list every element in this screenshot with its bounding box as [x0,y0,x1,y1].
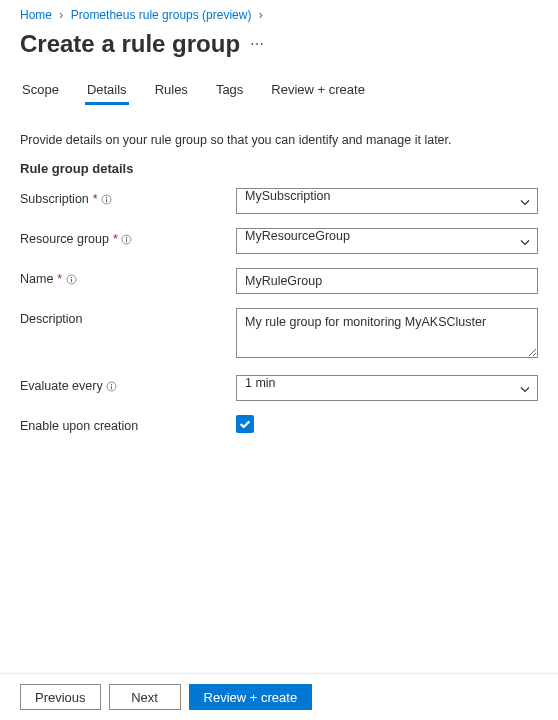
subscription-select[interactable]: MySubscription [236,188,538,214]
resource-group-label: Resource group* [20,228,236,246]
next-button[interactable]: Next [109,684,181,710]
info-icon[interactable] [65,273,77,285]
tabs: Scope Details Rules Tags Review + create [0,76,558,105]
section-title: Rule group details [20,161,538,176]
svg-rect-2 [106,198,107,201]
svg-point-10 [111,383,112,384]
evaluate-select[interactable]: 1 min [236,375,538,401]
resource-group-select[interactable]: MyResourceGroup [236,228,538,254]
page-title: Create a rule group [20,30,240,58]
description-label: Description [20,308,236,326]
chevron-right-icon: › [259,8,263,22]
svg-rect-8 [71,278,72,281]
tab-rules[interactable]: Rules [153,76,190,105]
svg-point-1 [106,196,107,197]
description-textarea[interactable]: My rule group for monitoring MyAKSCluste… [236,308,538,358]
svg-rect-5 [126,238,127,241]
breadcrumb: Home › Prometheus rule groups (preview) … [0,0,558,26]
svg-point-4 [126,236,127,237]
footer: Previous Next Review + create [0,673,558,720]
breadcrumb-parent[interactable]: Prometheus rule groups (preview) [71,8,252,22]
subscription-label: Subscription* [20,188,236,206]
info-icon[interactable] [106,380,118,392]
more-icon[interactable]: ⋯ [250,36,264,52]
form-content: Provide details on your rule group so th… [0,105,558,433]
review-create-button[interactable]: Review + create [189,684,313,710]
chevron-right-icon: › [59,8,63,22]
enable-label: Enable upon creation [20,415,236,433]
name-input[interactable] [236,268,538,294]
checkmark-icon [238,417,252,431]
info-icon[interactable] [101,193,113,205]
page-header: Create a rule group ⋯ [0,26,558,76]
info-icon[interactable] [121,233,133,245]
svg-point-7 [71,276,72,277]
enable-checkbox[interactable] [236,415,254,433]
evaluate-label: Evaluate every [20,375,236,393]
breadcrumb-home[interactable]: Home [20,8,52,22]
tab-tags[interactable]: Tags [214,76,245,105]
svg-rect-11 [111,385,112,388]
name-label: Name* [20,268,236,286]
tab-scope[interactable]: Scope [20,76,61,105]
tab-details[interactable]: Details [85,76,129,105]
intro-text: Provide details on your rule group so th… [20,133,538,147]
previous-button[interactable]: Previous [20,684,101,710]
tab-review[interactable]: Review + create [269,76,367,105]
